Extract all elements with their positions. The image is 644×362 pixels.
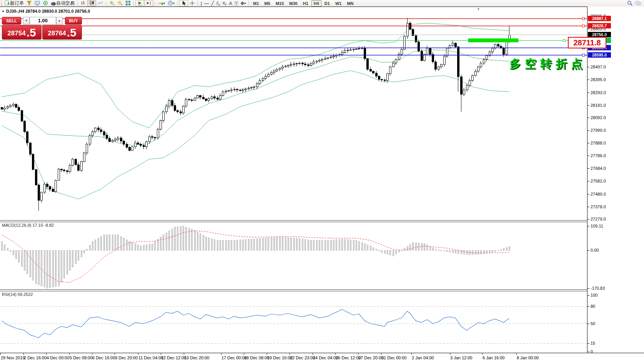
price-axis-tick xyxy=(587,118,589,118)
sell-button[interactable]: SELL xyxy=(2,17,21,25)
macd-canvas[interactable] xyxy=(0,222,587,289)
time-axis-tick xyxy=(161,353,161,355)
time-axis-label: 26 Dec 12:00 xyxy=(336,355,361,360)
monitor-icon xyxy=(34,0,40,6)
volume-input[interactable]: 1.00 xyxy=(30,17,56,25)
timeframe-button-d1[interactable]: D1 xyxy=(322,0,332,7)
candlestick-icon xyxy=(89,0,95,6)
pivot-price-callout[interactable]: 28711.8 xyxy=(568,37,606,48)
pane-separator[interactable] xyxy=(0,289,644,291)
time-axis-label: 6 Dec 16:00 xyxy=(92,355,115,360)
signal-button[interactable] xyxy=(41,0,49,6)
time-axis-tick xyxy=(184,353,184,355)
crosshair-button[interactable] xyxy=(188,0,196,6)
buy-button[interactable]: BUY xyxy=(65,17,82,25)
time-axis-tick xyxy=(244,353,244,355)
periods-button[interactable]: ▾ xyxy=(166,0,176,6)
timeframe-button-w1[interactable]: W1 xyxy=(333,0,344,7)
time-axis-tick xyxy=(0,353,1,355)
text-icon: A xyxy=(229,1,232,6)
zoom-out-icon xyxy=(117,0,123,6)
channel-icon: ⫽E xyxy=(216,0,220,6)
autotrade-button[interactable]: 自动交易 xyxy=(49,0,76,6)
main-chart-canvas[interactable] xyxy=(0,7,587,221)
price-axis-tick xyxy=(587,80,589,80)
volume-increment-button[interactable]: ▲ xyxy=(56,17,62,25)
line-chart-icon xyxy=(97,0,103,6)
time-axis[interactable]: 29 Nov 20192 Dec 16:004 Dec 00:005 Dec 0… xyxy=(0,353,644,362)
search-button[interactable] xyxy=(626,0,634,6)
time-axis-tick xyxy=(138,353,138,355)
one-click-trading-panel: SELL ▼ 1.00 ▲ BUY 28754 .5 28764 .5 xyxy=(2,17,82,40)
time-axis-label: 5 Dec 08:00 xyxy=(70,355,92,360)
time-axis-label: 6 Jan 16:00 xyxy=(483,355,505,360)
auto-scroll-button[interactable] xyxy=(135,0,144,7)
macd-axis-label: 109.11 xyxy=(591,224,603,228)
chart-shift-end-marker[interactable]: ▼ xyxy=(477,7,480,11)
horizontal-line-button[interactable]: — xyxy=(203,0,210,6)
toolbar-separator xyxy=(198,1,198,6)
text-label-button[interactable]: T xyxy=(233,0,240,6)
price-axis-label: 27480.0 xyxy=(591,192,606,196)
tile-windows-button[interactable] xyxy=(124,0,132,6)
rsi-canvas[interactable] xyxy=(0,291,587,353)
turning-point-annotation[interactable]: 多空转折点 xyxy=(509,56,586,72)
timeframe-button-mn[interactable]: MN xyxy=(344,0,356,7)
autotrade-icon xyxy=(50,0,56,6)
signal-icon xyxy=(42,0,48,6)
line-chart-button[interactable] xyxy=(96,0,104,6)
new-order-icon xyxy=(4,0,10,6)
vertical-line-button[interactable]: | xyxy=(200,0,203,6)
timeframe-button-m1[interactable]: M1 xyxy=(251,0,261,7)
horizontal-line-icon: — xyxy=(204,1,209,6)
collapse-panel-icon[interactable]: ▲ xyxy=(2,9,5,13)
current-price-badge: 28756.0 xyxy=(588,32,611,37)
time-axis-label: 12 Dec 12:00 xyxy=(161,355,186,360)
toolbar: 新订单 自动交易 xyxy=(0,0,644,7)
toolbar-grip[interactable] xyxy=(1,1,2,6)
bar-chart-icon xyxy=(80,0,86,6)
time-axis-label: 31 Dec 00:00 xyxy=(381,355,406,360)
pane-separator[interactable] xyxy=(0,220,644,222)
new-order-button[interactable]: 新订单 xyxy=(3,0,25,6)
timeframe-button-h1[interactable]: H1 xyxy=(301,0,311,7)
zoom-out-button[interactable] xyxy=(116,0,124,6)
channel-button[interactable]: ⫽E xyxy=(215,0,221,6)
candlestick-button[interactable] xyxy=(87,0,96,7)
macd-axis-label: 0.00 xyxy=(591,248,599,252)
bar-chart-button[interactable] xyxy=(79,0,87,6)
funnel-button[interactable] xyxy=(25,0,33,6)
volume-decrement-button[interactable]: ▼ xyxy=(23,17,29,25)
time-axis-tick xyxy=(482,353,483,355)
buy-price-panel[interactable]: 28764 .5 xyxy=(42,25,82,40)
price-axis[interactable]: 28905.028803.028497.028395.028293.028191… xyxy=(587,7,644,353)
sell-price-panel[interactable]: 28754 .5 xyxy=(2,25,42,40)
new-order-label: 新订单 xyxy=(10,0,24,7)
time-axis-label: 11 Dec 04:00 xyxy=(138,355,163,360)
add-indicator-button[interactable]: ▾ xyxy=(156,0,166,6)
fibonacci-button[interactable]: ≡F xyxy=(221,0,228,6)
timeframe-button-h4[interactable]: H4 xyxy=(311,0,321,7)
time-axis-tick xyxy=(516,353,517,355)
trendline-button[interactable]: ╱ xyxy=(210,0,215,6)
arrows-button[interactable]: ✥▾ xyxy=(239,0,247,6)
macd-axis-label: -170.83 xyxy=(591,286,605,291)
monitor-button[interactable] xyxy=(33,0,41,6)
zoom-in-button[interactable] xyxy=(108,0,116,6)
chat-button[interactable] xyxy=(634,0,642,6)
timeframe-button-m30[interactable]: M30 xyxy=(287,0,300,7)
price-axis-tick xyxy=(587,67,589,67)
price-axis-tick xyxy=(587,194,589,194)
time-axis-tick xyxy=(335,353,336,355)
toolbar-separator xyxy=(106,1,106,6)
time-axis-tick xyxy=(23,353,24,355)
macd-axis-tick xyxy=(587,250,589,251)
timeframe-button-m15[interactable]: M15 xyxy=(273,0,286,7)
cursor-button[interactable] xyxy=(179,0,188,7)
chart-shift-button[interactable] xyxy=(144,0,153,7)
zoom-in-icon xyxy=(109,0,115,6)
timeframe-button-m5[interactable]: M5 xyxy=(262,0,273,7)
time-axis-label: 9 Dec 20:00 xyxy=(115,355,138,360)
toolbar-right-group xyxy=(626,0,644,6)
text-button[interactable]: A xyxy=(228,0,233,6)
